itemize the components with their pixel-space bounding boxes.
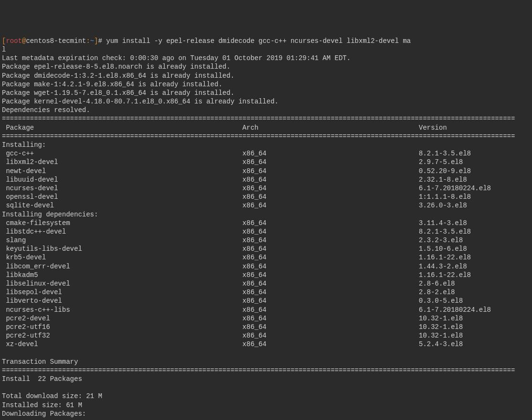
command-text: yum install -y epel-release dmidecode gc… <box>102 37 411 45</box>
metadata-line: Last metadata expiration check: 0:00:30 … <box>2 54 351 62</box>
separator-line: ========================================… <box>2 133 515 140</box>
prompt-hash: # <box>98 37 102 45</box>
bracket-close: ] <box>94 37 98 45</box>
pkg-status-line: Package epel-release-8-5.el8.noarch is a… <box>2 63 230 71</box>
table-header: Package Arch Version <box>2 124 447 132</box>
command-wrap: l <box>2 46 6 53</box>
installing-label: Installing: <box>2 141 46 149</box>
prompt-user: root <box>6 37 22 45</box>
prompt-colon: : <box>86 37 90 45</box>
install-count: Install 22 Packages <box>2 375 82 383</box>
table-row-group: cmake-filesystem x86_64 3.11.4-3.el8 lib… <box>2 219 491 348</box>
pkg-status-line: Package wget-1.19.5-7.el8_0.1.x86_64 is … <box>2 89 234 97</box>
table-row-group: gcc-c++ x86_64 8.2.1-3.5.el8 libxml2-dev… <box>2 150 491 209</box>
pkg-status-line: Package make-1:4.2.1-9.el8.x86_64 is alr… <box>2 81 222 88</box>
prompt-tilde: ~ <box>90 37 94 45</box>
deps-resolved: Dependencies resolved. <box>2 106 90 114</box>
pkg-status-line: Package kernel-devel-4.18.0-80.7.1.el8_0… <box>2 98 279 105</box>
installed-size: Installed size: 61 M <box>2 401 82 409</box>
downloading-packages: Downloading Packages: <box>2 410 86 418</box>
separator-line: ========================================… <box>2 115 515 123</box>
installing-deps-label: Installing dependencies: <box>2 211 98 218</box>
separator-line: ========================================… <box>2 367 515 374</box>
transaction-summary: Transaction Summary <box>2 358 78 366</box>
download-size: Total download size: 21 M <box>2 392 102 400</box>
prompt-line[interactable]: [root@centos8-tecmint:~]# yum install -y… <box>2 37 411 45</box>
prompt-host: centos8-tecmint <box>26 37 86 45</box>
pkg-status-line: Package dmidecode-1:3.2-1.el8.x86_64 is … <box>2 72 234 80</box>
